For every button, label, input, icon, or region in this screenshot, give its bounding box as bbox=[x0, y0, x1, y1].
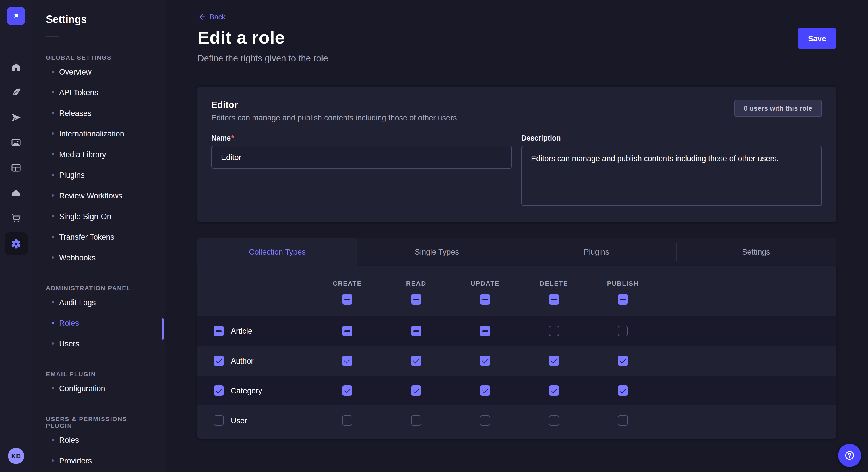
column-create: CREATE bbox=[313, 278, 382, 304]
role-card-header: Editor Editors can manage and publish co… bbox=[211, 100, 822, 122]
category-delete-checkbox[interactable] bbox=[549, 385, 559, 396]
name-input[interactable] bbox=[211, 146, 512, 169]
sidebar-item-audit-logs[interactable]: Audit Logs bbox=[32, 292, 165, 312]
tab-collection-types[interactable]: Collection Types bbox=[197, 238, 357, 266]
cart-icon bbox=[10, 213, 22, 224]
strapi-admin-window: KD Settings GLOBAL SETTINGS Overview API… bbox=[0, 0, 868, 472]
sidebar-item-review-workflows[interactable]: Review Workflows bbox=[32, 185, 165, 206]
author-delete-checkbox[interactable] bbox=[549, 356, 559, 366]
bullet-icon bbox=[52, 71, 54, 73]
bullet-icon bbox=[52, 153, 54, 156]
sidebar-item-media-library[interactable]: Media Library bbox=[32, 144, 165, 165]
content-manager-nav-button[interactable] bbox=[4, 81, 27, 104]
media-library-nav-button[interactable] bbox=[4, 131, 27, 154]
column-read: READ bbox=[382, 278, 451, 304]
global-settings-list: Overview API Tokens Releases Internation… bbox=[32, 61, 165, 268]
logo-cell bbox=[0, 0, 32, 32]
deploy-nav-button[interactable] bbox=[4, 106, 27, 129]
cloud-icon bbox=[10, 188, 22, 199]
article-read-checkbox[interactable] bbox=[411, 326, 422, 336]
user-update-checkbox[interactable] bbox=[480, 415, 490, 426]
bullet-icon bbox=[52, 112, 54, 114]
select-all-delete-checkbox[interactable] bbox=[549, 294, 559, 304]
section-label-users-permissions-plugin: USERS & PERMISSIONS PLUGIN bbox=[46, 415, 151, 429]
tab-settings[interactable]: Settings bbox=[676, 238, 836, 266]
select-all-update-checkbox[interactable] bbox=[480, 294, 490, 304]
sidebar-item-configuration[interactable]: Configuration bbox=[32, 378, 165, 399]
required-asterisk: * bbox=[231, 134, 234, 142]
article-delete-checkbox[interactable] bbox=[549, 326, 559, 336]
users-with-role-badge[interactable]: 0 users with this role bbox=[734, 100, 822, 117]
strapi-logo[interactable] bbox=[7, 7, 25, 25]
sidebar-item-single-sign-on[interactable]: Single Sign-On bbox=[32, 206, 165, 227]
category-create-checkbox[interactable] bbox=[342, 385, 352, 396]
author-create-checkbox[interactable] bbox=[342, 356, 352, 366]
user-row-checkbox[interactable] bbox=[214, 415, 224, 426]
column-update: UPDATE bbox=[451, 278, 520, 304]
home-nav-button[interactable] bbox=[4, 56, 27, 78]
sidebar-item-releases[interactable]: Releases bbox=[32, 103, 165, 123]
bullet-icon bbox=[52, 236, 54, 238]
sidebar-item-api-tokens[interactable]: API Tokens bbox=[32, 82, 165, 103]
settings-nav-button[interactable] bbox=[4, 232, 27, 255]
article-update-checkbox[interactable] bbox=[480, 326, 490, 336]
sidebar-item-overview[interactable]: Overview bbox=[32, 61, 165, 82]
user-delete-checkbox[interactable] bbox=[549, 415, 559, 426]
marketplace-nav-button[interactable] bbox=[4, 157, 27, 179]
layout-icon bbox=[10, 162, 22, 174]
name-field-label: Name* bbox=[211, 134, 512, 142]
sidebar-item-up-roles[interactable]: Roles bbox=[32, 430, 165, 450]
pictures-icon bbox=[10, 137, 22, 148]
article-row-checkbox[interactable] bbox=[214, 326, 224, 336]
article-publish-checkbox[interactable] bbox=[618, 326, 628, 336]
page-subtitle: Define the rights given to the role bbox=[197, 53, 836, 64]
author-read-checkbox[interactable] bbox=[411, 356, 422, 366]
category-publish-checkbox[interactable] bbox=[618, 385, 628, 396]
category-read-checkbox[interactable] bbox=[411, 385, 422, 396]
sidebar-item-providers[interactable]: Providers bbox=[32, 450, 165, 471]
description-field-label: Description bbox=[521, 134, 822, 142]
sidebar-item-users[interactable]: Users bbox=[32, 333, 165, 354]
tab-single-types[interactable]: Single Types bbox=[357, 238, 517, 266]
article-create-checkbox[interactable] bbox=[342, 326, 352, 336]
category-update-checkbox[interactable] bbox=[480, 385, 490, 396]
bullet-icon bbox=[52, 342, 54, 345]
user-publish-checkbox[interactable] bbox=[618, 415, 628, 426]
description-field-group: Description Editors can manage and publi… bbox=[521, 134, 822, 208]
select-all-create-checkbox[interactable] bbox=[342, 294, 352, 304]
sidebar-item-plugins[interactable]: Plugins bbox=[32, 165, 165, 185]
sidebar-scrollbar-thumb[interactable] bbox=[162, 318, 164, 339]
bullet-icon bbox=[52, 387, 54, 390]
permissions-panel: CREATE READ UPDATE DELETE PUBLISH bbox=[197, 266, 836, 439]
column-publish: PUBLISH bbox=[588, 278, 657, 304]
description-textarea[interactable]: Editors can manage and publish contents … bbox=[521, 146, 822, 206]
select-all-read-checkbox[interactable] bbox=[411, 294, 422, 304]
section-label-administration-panel: ADMINISTRATION PANEL bbox=[46, 284, 151, 291]
author-row-checkbox[interactable] bbox=[214, 356, 224, 366]
permissions-header-row: CREATE READ UPDATE DELETE PUBLISH bbox=[197, 266, 836, 316]
divider bbox=[46, 36, 59, 37]
back-link[interactable]: Back bbox=[197, 0, 226, 21]
user-read-checkbox[interactable] bbox=[411, 415, 422, 426]
user-create-checkbox[interactable] bbox=[342, 415, 352, 426]
main-nav-rail: KD bbox=[0, 0, 32, 472]
cloud-nav-button[interactable] bbox=[4, 182, 27, 205]
category-row-checkbox[interactable] bbox=[214, 385, 224, 396]
back-arrow-icon bbox=[197, 12, 206, 21]
row-label: Article bbox=[231, 327, 252, 335]
sidebar-item-internationalization[interactable]: Internationalization bbox=[32, 123, 165, 144]
select-all-publish-checkbox[interactable] bbox=[618, 294, 628, 304]
bullet-icon bbox=[52, 301, 54, 303]
sidebar-item-roles[interactable]: Roles bbox=[32, 312, 165, 333]
author-update-checkbox[interactable] bbox=[480, 356, 490, 366]
save-button[interactable]: Save bbox=[798, 28, 836, 49]
bullet-icon bbox=[52, 133, 54, 135]
help-button[interactable] bbox=[838, 444, 861, 467]
purchases-nav-button[interactable] bbox=[4, 207, 27, 230]
author-publish-checkbox[interactable] bbox=[618, 356, 628, 366]
sidebar-item-transfer-tokens[interactable]: Transfer Tokens bbox=[32, 227, 165, 247]
avatar[interactable]: KD bbox=[8, 448, 24, 464]
bullet-icon bbox=[52, 460, 54, 462]
sidebar-item-webhooks[interactable]: Webhooks bbox=[32, 247, 165, 268]
tab-plugins[interactable]: Plugins bbox=[517, 238, 676, 266]
